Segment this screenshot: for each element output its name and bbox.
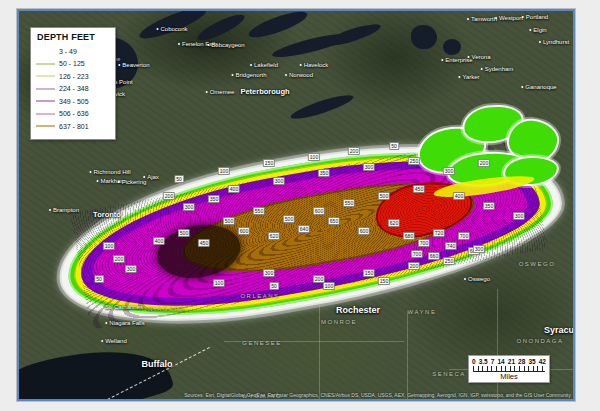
- rice-lake-water: [289, 91, 355, 123]
- map-label: WAYNE: [408, 309, 437, 315]
- map-label: Oswego: [464, 276, 490, 282]
- scale-bar: 03.571421283542 Miles: [468, 355, 550, 383]
- map-label: Lakefield: [250, 62, 278, 68]
- map-label: MONROE: [321, 319, 357, 325]
- scale-number: 42: [539, 358, 546, 365]
- county-line: [224, 341, 404, 342]
- legend-entry: 637 - 801: [36, 120, 110, 133]
- legend-entry: 126 - 223: [36, 70, 110, 83]
- map-label: Markham: [96, 178, 125, 184]
- legend-swatch: [36, 88, 55, 90]
- map-label: Peterborough: [240, 87, 289, 96]
- map-label: Bridgenorth: [231, 72, 266, 78]
- scale-unit-label: Miles: [472, 372, 546, 381]
- legend-range-label: 349 - 505: [59, 98, 89, 105]
- scale-number: 35: [528, 358, 535, 365]
- legend: DEPTH FEET 3 - 49 50 - 125 126 - 223 224…: [30, 27, 116, 140]
- basemap-attribution: Sources: Esri, DigitalGlobe, GeoEye, Ear…: [19, 392, 571, 399]
- legend-range-label: 637 - 801: [59, 123, 89, 130]
- legend-entry: 224 - 348: [36, 83, 110, 96]
- map-label: Sydenham: [481, 66, 514, 72]
- county-line: [497, 289, 498, 401]
- county-line: [407, 311, 408, 401]
- map-label: Bobcaygeon: [207, 42, 244, 48]
- screenshot-canvas: CoboconkFenelon FallsBobcaygeonLakefield…: [0, 0, 600, 411]
- map-label: Tamworth: [467, 16, 497, 22]
- map-label: Rochester: [336, 305, 380, 315]
- legend-swatch: [36, 63, 55, 65]
- legend-swatch: [36, 125, 55, 127]
- legend-title: DEPTH FEET: [37, 32, 110, 42]
- legend-range-label: 50 - 125: [59, 60, 85, 67]
- scale-number: 21: [508, 358, 515, 365]
- legend-range-label: 3 - 49: [59, 48, 77, 55]
- legend-range-label: 126 - 223: [59, 73, 89, 80]
- map-label: Richmond Hill: [89, 169, 130, 175]
- scale-numbers: 03.571421283542: [472, 358, 546, 365]
- map-label: Fenelon Falls: [178, 41, 218, 47]
- map-label: Gananoque: [521, 84, 556, 90]
- map-label: Elgin: [529, 27, 546, 33]
- map-label: Ajax: [143, 174, 159, 180]
- legend-swatch: [36, 100, 55, 102]
- map-label: Omemee: [206, 89, 235, 95]
- map-label: Norwood: [285, 72, 313, 78]
- map-label: Enterprise: [441, 57, 472, 63]
- map-label: Havelock: [300, 62, 329, 68]
- scale-number: 7: [491, 358, 495, 365]
- map-label: Syracuse: [544, 325, 575, 335]
- scale-number: 0: [472, 358, 476, 365]
- legend-entry: 506 - 636: [36, 108, 110, 121]
- small-lake-water: [443, 39, 461, 55]
- scale-number: 3.5: [479, 358, 488, 365]
- legend-entries: 3 - 49 50 - 125 126 - 223 224 - 348 349 …: [36, 45, 110, 133]
- map-label: Welland: [101, 338, 127, 344]
- map-label: Portland: [522, 14, 548, 20]
- map-canvas[interactable]: CoboconkFenelon FallsBobcaygeonLakefield…: [17, 9, 575, 401]
- small-lake-water: [411, 25, 437, 49]
- map-label: ONONDAGA: [516, 338, 563, 344]
- map-label: Yarker: [458, 74, 479, 80]
- scale-number: 14: [497, 358, 504, 365]
- map-label: Westport: [495, 15, 523, 21]
- map-label: Verona: [467, 54, 490, 60]
- scale-number: 28: [518, 358, 525, 365]
- map-label: Pickering: [118, 179, 147, 185]
- legend-range-label: 224 - 348: [59, 85, 89, 92]
- map-label: Lyndhurst: [539, 39, 569, 45]
- lake-ontario-bathymetry: [51, 119, 568, 344]
- legend-entry: 50 - 125: [36, 58, 110, 71]
- legend-entry: 3 - 49: [36, 45, 110, 58]
- legend-swatch: [36, 50, 55, 52]
- legend-swatch: [36, 113, 55, 115]
- map-label: SENECA: [432, 371, 466, 377]
- kawartha-lake-water: [246, 9, 309, 42]
- legend-range-label: 506 - 636: [59, 110, 89, 117]
- legend-swatch: [36, 75, 55, 77]
- legend-entry: 349 - 505: [36, 95, 110, 108]
- county-line: [319, 306, 320, 401]
